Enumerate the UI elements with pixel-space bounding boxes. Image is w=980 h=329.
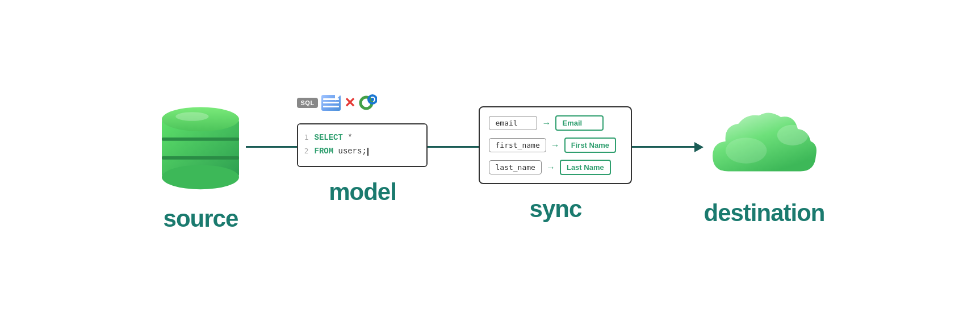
diagram: source SQL ✕ [0, 97, 980, 232]
source-field-firstname: first_name [489, 138, 546, 152]
line-num-2: 2 [298, 145, 308, 157]
sheet-row-2 [323, 102, 339, 103]
code-text-1: SELECT * [314, 131, 352, 145]
model-stage: SQL ✕ 1 [297, 123, 428, 206]
sheet-row-3 [323, 106, 339, 107]
code-editor: 1 SELECT * 2 FROM users; [297, 123, 428, 168]
dest-field-firstname: First Name [564, 138, 616, 153]
sheet-row-1 [323, 98, 339, 100]
connector-line-1 [246, 146, 297, 148]
model-toolbar: SQL ✕ [297, 94, 376, 112]
connector-3 [632, 142, 703, 152]
map-arrow-lastname: → [546, 163, 555, 173]
source-stage: source [155, 97, 246, 232]
connector-line-2 [428, 146, 479, 148]
line-num-1: 1 [298, 131, 308, 144]
svg-rect-2 [162, 156, 239, 159]
x-icon: ✕ [344, 96, 355, 110]
source-label: source [164, 205, 238, 232]
spreadsheet-icon [321, 95, 341, 111]
connector-arrow [694, 142, 703, 152]
mapping-row-lastname: last_name → Last Name [489, 160, 622, 175]
dest-field-lastname: Last Name [560, 160, 611, 175]
source-field-lastname: last_name [489, 160, 541, 174]
sync-label: sync [530, 195, 582, 223]
svg-point-8 [371, 98, 374, 101]
code-line-1: 1 SELECT * [298, 131, 421, 145]
map-arrow-email: → [542, 118, 551, 128]
database-icon [155, 97, 246, 194]
mapping-row-email: email → Email [489, 115, 622, 131]
map-arrow-firstname: → [551, 140, 560, 151]
svg-point-9 [777, 124, 809, 145]
svg-point-5 [176, 112, 209, 121]
cloud-icon [707, 103, 821, 188]
svg-point-10 [726, 138, 767, 163]
model-toolbar-wrap: SQL ✕ 1 [297, 123, 428, 168]
svg-rect-1 [162, 137, 239, 140]
model-label: model [329, 178, 396, 206]
code-area: 1 SELECT * 2 FROM users; [298, 124, 426, 166]
dest-field-email: Email [555, 115, 604, 131]
mapping-box: email → Email first_name → First Name la… [479, 106, 632, 184]
mapping-row-firstname: first_name → First Name [489, 138, 622, 153]
connector-2 [428, 146, 479, 148]
sync-stage: email → Email first_name → First Name la… [479, 106, 632, 223]
ring-icon [359, 94, 377, 112]
svg-point-4 [162, 165, 239, 189]
destination-label: destination [703, 199, 824, 227]
code-text-2: FROM users; [314, 145, 368, 159]
sql-badge: SQL [297, 98, 317, 108]
connector-1 [246, 146, 297, 148]
connector-line-3 [632, 146, 694, 148]
destination-stage: destination [703, 103, 824, 227]
source-field-email: email [489, 116, 537, 130]
code-line-2: 2 FROM users; [298, 145, 421, 159]
